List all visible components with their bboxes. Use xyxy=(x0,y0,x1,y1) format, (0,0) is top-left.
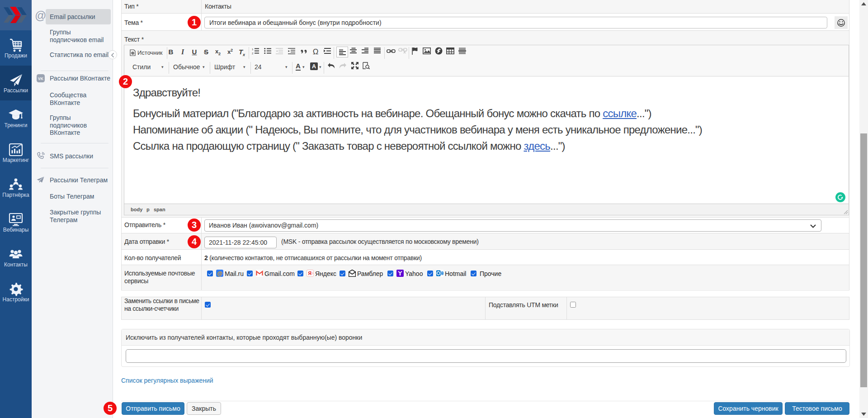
svg-text:Я: Я xyxy=(308,271,311,276)
svg-text:@: @ xyxy=(217,271,222,277)
svg-text:VK: VK xyxy=(38,76,44,81)
svg-text:2: 2 xyxy=(252,52,254,55)
svg-text:1: 1 xyxy=(252,48,254,51)
